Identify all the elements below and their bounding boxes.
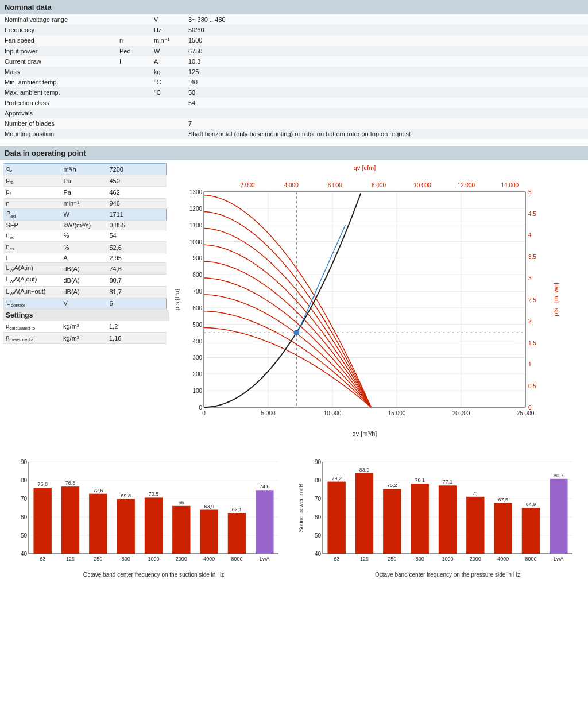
row-value: Shaft horizontal (only base mounting) or… bbox=[184, 129, 588, 139]
row-unit: kg/m³ bbox=[60, 333, 106, 344]
main-chart-canvas bbox=[172, 163, 563, 439]
table-row: pfs Pa 450 bbox=[3, 175, 167, 187]
row-value: 7 bbox=[184, 118, 588, 129]
table-row: n min⁻¹ 946 bbox=[3, 198, 167, 208]
row-label: Min. ambient temp. bbox=[0, 77, 115, 87]
row-unit: W bbox=[149, 46, 184, 56]
row-unit: % bbox=[61, 230, 107, 241]
row-value: 1,16 bbox=[106, 333, 167, 344]
row-label: LWA(A,out) bbox=[3, 275, 61, 286]
row-unit bbox=[149, 129, 184, 139]
row-label: Approvals bbox=[0, 108, 115, 118]
row-value: 74,6 bbox=[107, 263, 167, 275]
settings-table: ρcalculated to kg/m³ 1,2ρmeasured at kg/… bbox=[3, 321, 167, 344]
op-table-wrap: qv m³/h 7200pfs Pa 450pf Pa 462n min⁻¹ 9… bbox=[3, 163, 169, 439]
main-chart-container bbox=[172, 163, 585, 439]
row-unit: m³/h bbox=[61, 164, 107, 175]
row-unit2 bbox=[115, 98, 149, 108]
row-unit2 bbox=[115, 108, 149, 118]
row-unit2: n bbox=[115, 35, 149, 46]
row-unit: min⁻¹ bbox=[149, 35, 184, 46]
row-value: 0,855 bbox=[107, 220, 167, 230]
table-row: Protection class 54 bbox=[0, 98, 588, 108]
row-label: Number of blades bbox=[0, 118, 115, 129]
row-unit2 bbox=[115, 14, 149, 25]
table-row: LWA(A,in+out) dB(A) 81,7 bbox=[3, 286, 167, 298]
row-unit: % bbox=[61, 241, 107, 253]
operating-section: Data in operating point qv m³/h 7200pfs … bbox=[0, 146, 588, 442]
table-row: Mounting position Shaft horizontal (only… bbox=[0, 129, 588, 139]
row-label: Frequency bbox=[0, 25, 115, 35]
row-unit: Pa bbox=[61, 187, 107, 198]
row-unit2 bbox=[115, 67, 149, 77]
row-unit bbox=[149, 108, 184, 118]
row-unit bbox=[149, 98, 184, 108]
row-unit: kg bbox=[149, 67, 184, 77]
row-unit: dB(A) bbox=[61, 263, 107, 275]
table-row: Input power Ped W 6750 bbox=[0, 46, 588, 56]
right-bar-chart bbox=[297, 447, 578, 580]
row-label: Current draw bbox=[0, 56, 115, 67]
row-unit bbox=[149, 118, 184, 129]
left-bar-chart-wrap bbox=[3, 447, 291, 580]
nominal-section: Nominal data Nominal voltage range V 3~ … bbox=[0, 0, 588, 139]
row-unit2 bbox=[115, 118, 149, 129]
row-value: 1,2 bbox=[106, 321, 167, 333]
row-label: n bbox=[3, 198, 61, 208]
row-unit2 bbox=[115, 25, 149, 35]
row-value: 125 bbox=[184, 67, 588, 77]
operating-header: Data in operating point bbox=[0, 146, 588, 160]
row-value: 6 bbox=[107, 298, 167, 309]
row-unit: kg/m³ bbox=[60, 321, 106, 333]
table-row: ρmeasured at kg/m³ 1,16 bbox=[3, 333, 167, 344]
row-value: 50/60 bbox=[184, 25, 588, 35]
row-label: pf bbox=[3, 187, 61, 198]
bottom-charts bbox=[0, 445, 588, 585]
row-value: 450 bbox=[107, 175, 167, 187]
row-label: Ucontrol bbox=[3, 298, 61, 309]
row-label: ρmeasured at bbox=[3, 333, 60, 344]
row-label: Mass bbox=[0, 67, 115, 77]
table-row: ηed % 54 bbox=[3, 230, 167, 241]
row-label: LWA(A,in+out) bbox=[3, 286, 61, 298]
row-value: 54 bbox=[184, 98, 588, 108]
table-row: Mass kg 125 bbox=[0, 67, 588, 77]
row-value: 50 bbox=[184, 87, 588, 98]
row-unit2: I bbox=[115, 56, 149, 67]
settings-header: Settings bbox=[3, 310, 169, 321]
table-row: Nominal voltage range V 3~ 380 .. 480 bbox=[0, 14, 588, 25]
row-label: ρcalculated to bbox=[3, 321, 60, 333]
row-unit2 bbox=[115, 129, 149, 139]
row-unit: W bbox=[61, 208, 107, 220]
row-unit: Pa bbox=[61, 175, 107, 187]
row-value: -40 bbox=[184, 77, 588, 87]
row-value: 52,6 bbox=[107, 241, 167, 253]
row-value: 1711 bbox=[107, 208, 167, 220]
row-unit: A bbox=[61, 253, 107, 263]
right-bar-chart-wrap bbox=[297, 447, 585, 580]
row-value: 1500 bbox=[184, 35, 588, 46]
operating-container: qv m³/h 7200pfs Pa 450pf Pa 462n min⁻¹ 9… bbox=[0, 160, 588, 442]
row-unit: V bbox=[149, 14, 184, 25]
table-row: Max. ambient temp. °C 50 bbox=[0, 87, 588, 98]
row-unit: A bbox=[149, 56, 184, 67]
row-value: 946 bbox=[107, 198, 167, 208]
table-row: Approvals bbox=[0, 108, 588, 118]
table-row: Min. ambient temp. °C -40 bbox=[0, 77, 588, 87]
row-unit: Hz bbox=[149, 25, 184, 35]
row-value: 81,7 bbox=[107, 286, 167, 298]
row-label: I bbox=[3, 253, 61, 263]
row-unit: dB(A) bbox=[61, 286, 107, 298]
table-row: qv m³/h 7200 bbox=[3, 164, 167, 175]
row-label: Mounting position bbox=[0, 129, 115, 139]
table-row: LWA(A,in) dB(A) 74,6 bbox=[3, 263, 167, 275]
row-value: 2,95 bbox=[107, 253, 167, 263]
row-unit: V bbox=[61, 298, 107, 309]
row-value: 80,7 bbox=[107, 275, 167, 286]
row-unit: kW/(m³/s) bbox=[61, 220, 107, 230]
row-label: LWA(A,in) bbox=[3, 263, 61, 275]
table-row: LWA(A,out) dB(A) 80,7 bbox=[3, 275, 167, 286]
row-unit2 bbox=[115, 87, 149, 98]
table-row: I A 2,95 bbox=[3, 253, 167, 263]
table-row: SFP kW/(m³/s) 0,855 bbox=[3, 220, 167, 230]
